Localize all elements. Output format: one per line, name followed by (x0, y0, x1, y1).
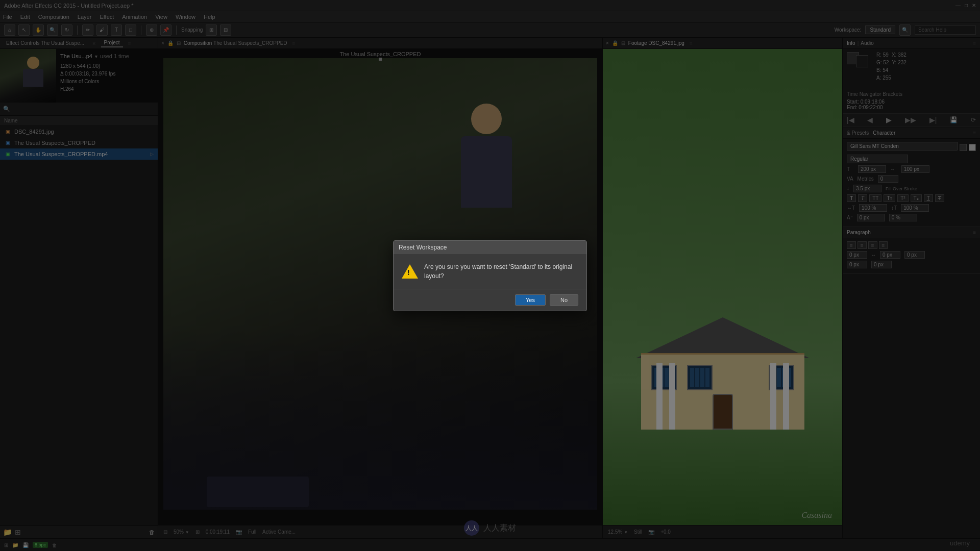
reset-workspace-dialog: Reset Workspace Are you sure you want to… (393, 240, 587, 311)
dialog-buttons: Yes No (394, 289, 586, 311)
dialog-body: Are you sure you want to reset 'Standard… (394, 254, 586, 289)
dialog-yes-btn[interactable]: Yes (515, 294, 546, 306)
warning-icon (402, 264, 418, 279)
dialog-title: Reset Workspace (399, 244, 447, 251)
dialog-message: Are you sure you want to reset 'Standard… (424, 262, 578, 281)
dialog-no-btn[interactable]: No (550, 294, 578, 306)
dialog-title-bar: Reset Workspace (394, 241, 586, 254)
dialog-overlay[interactable]: Reset Workspace Are you sure you want to… (0, 0, 980, 551)
